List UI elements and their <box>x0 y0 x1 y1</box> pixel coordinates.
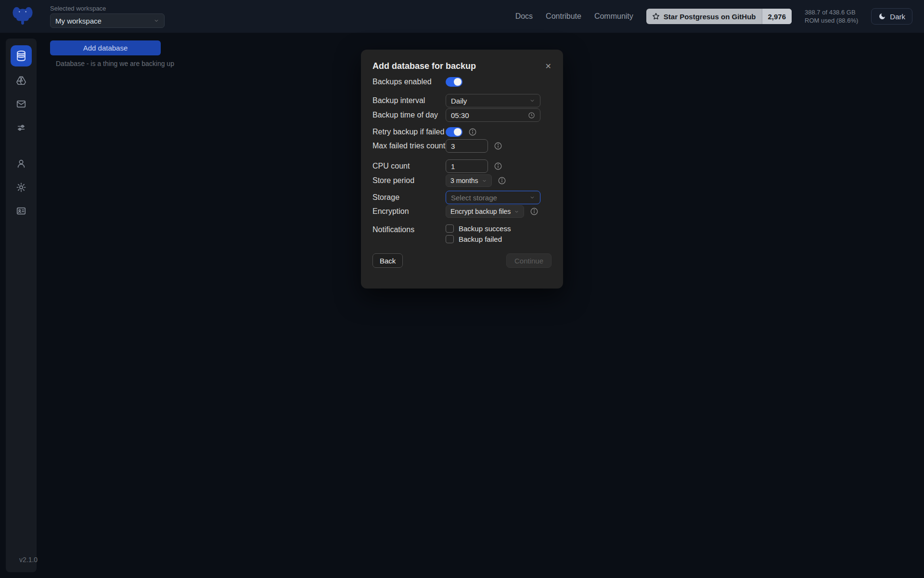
info-icon[interactable] <box>498 176 506 185</box>
moon-icon <box>878 13 886 20</box>
sidebar-item-users[interactable] <box>12 154 31 173</box>
continue-button[interactable]: Continue <box>506 253 552 268</box>
field-notifications: Notifications Backup success Backup fail… <box>372 224 552 243</box>
storage-drive-icon <box>16 75 26 86</box>
back-button[interactable]: Back <box>372 253 403 268</box>
notifications-options: Backup success Backup failed <box>446 224 511 243</box>
workspace-selector-group: Selected workspace My workspace <box>50 5 165 28</box>
field-backup-interval: Backup interval Daily <box>372 94 552 107</box>
chevron-down-icon <box>154 18 159 24</box>
info-icon[interactable] <box>530 207 539 216</box>
rom-usage: 388.7 of 438.6 GB ROM used (88.6%) <box>805 8 858 25</box>
database-icon <box>15 50 27 62</box>
backup-failed-option[interactable]: Backup failed <box>446 235 511 243</box>
gear-icon <box>16 182 26 193</box>
storage-select[interactable]: Select storage <box>446 191 540 204</box>
user-icon <box>16 158 26 169</box>
sidebar: v2.1.0 <box>6 39 37 572</box>
postgresus-logo-icon <box>12 5 34 27</box>
chevron-down-icon <box>529 195 535 200</box>
info-icon[interactable] <box>494 142 502 150</box>
field-retry: Retry backup if failed <box>372 127 552 137</box>
backup-success-option[interactable]: Backup success <box>446 224 511 233</box>
top-bar: Selected workspace My workspace Docs Con… <box>0 0 924 33</box>
modal-footer: Back Continue <box>372 253 552 268</box>
sidebar-item-about[interactable] <box>12 201 31 221</box>
nav-link-contribute[interactable]: Contribute <box>546 12 581 21</box>
field-store-period: Store period 3 months <box>372 174 552 187</box>
field-encryption: Encryption Encrypt backup files <box>372 205 552 218</box>
star-icon <box>652 13 660 20</box>
max-tries-label: Max failed tries count <box>372 142 446 150</box>
field-storage: Storage Select storage <box>372 191 552 204</box>
toggle-knob <box>454 78 462 86</box>
modal-title: Add database for backup <box>372 61 476 71</box>
rom-usage-line1: 388.7 of 438.6 GB <box>805 8 858 16</box>
backup-time-input[interactable] <box>451 111 509 119</box>
add-database-caption: Database - is a thing we are backing up <box>56 60 174 67</box>
backup-interval-label: Backup interval <box>372 96 446 105</box>
encryption-value: Encrypt backup files <box>450 208 511 215</box>
add-database-modal: Add database for backup ✕ Backups enable… <box>361 50 563 289</box>
info-icon[interactable] <box>468 128 477 136</box>
cpu-count-input[interactable] <box>446 159 488 173</box>
notifications-label: Notifications <box>372 224 446 234</box>
store-period-select[interactable]: 3 months <box>446 174 492 187</box>
app-version: v2.1.0 <box>19 556 38 564</box>
sidebar-item-storages[interactable] <box>12 71 31 90</box>
github-star-button[interactable]: Star Postgresus on GitHub 2,976 <box>646 9 792 24</box>
toggle-knob <box>454 128 462 136</box>
workspace-select-value: My workspace <box>55 17 102 25</box>
mail-icon <box>16 99 26 109</box>
add-database-button[interactable]: Add database <box>50 40 161 55</box>
chevron-down-icon <box>514 209 519 214</box>
field-backup-time: Backup time of day <box>372 108 552 122</box>
id-card-icon <box>16 206 26 216</box>
field-max-tries: Max failed tries count <box>372 139 552 153</box>
store-period-label: Store period <box>372 176 446 185</box>
backup-success-checkbox[interactable] <box>446 224 454 233</box>
retry-label: Retry backup if failed <box>372 128 446 136</box>
max-tries-input[interactable] <box>446 139 488 153</box>
backup-time-label: Backup time of day <box>372 111 446 119</box>
chevron-down-icon <box>482 178 487 184</box>
field-backups-enabled: Backups enabled <box>372 77 552 87</box>
close-icon[interactable]: ✕ <box>545 62 552 71</box>
chevron-down-icon <box>529 98 535 104</box>
info-icon[interactable] <box>494 162 502 171</box>
sliders-icon <box>16 122 26 133</box>
backups-enabled-label: Backups enabled <box>372 78 446 86</box>
theme-toggle-button[interactable]: Dark <box>871 8 912 25</box>
backup-failed-label: Backup failed <box>459 235 502 243</box>
field-cpu: CPU count <box>372 159 552 173</box>
nav-link-community[interactable]: Community <box>594 12 633 21</box>
sidebar-item-settings[interactable] <box>12 178 31 197</box>
backup-interval-value: Daily <box>451 97 467 105</box>
sidebar-item-databases[interactable] <box>11 45 32 66</box>
backup-failed-checkbox[interactable] <box>446 235 454 243</box>
topbar-right-group: Docs Contribute Community Star Postgresu… <box>515 8 912 25</box>
github-star-main: Star Postgresus on GitHub <box>646 9 762 24</box>
theme-toggle-label: Dark <box>890 13 905 21</box>
github-star-label: Star Postgresus on GitHub <box>664 13 756 21</box>
store-period-value: 3 months <box>450 177 478 184</box>
backup-interval-select[interactable]: Daily <box>446 94 540 107</box>
sidebar-item-notifiers[interactable] <box>12 94 31 114</box>
encryption-label: Encryption <box>372 207 446 216</box>
workspace-select[interactable]: My workspace <box>50 13 165 28</box>
cpu-count-label: CPU count <box>372 162 446 171</box>
sidebar-item-settings-sliders[interactable] <box>12 118 31 137</box>
clock-icon <box>528 112 535 119</box>
workspace-label: Selected workspace <box>50 5 165 12</box>
github-star-count: 2,976 <box>762 9 792 24</box>
retry-toggle[interactable] <box>446 127 462 137</box>
backup-success-label: Backup success <box>459 224 511 233</box>
rom-usage-line2: ROM used (88.6%) <box>805 16 858 25</box>
modal-header: Add database for backup ✕ <box>372 61 552 71</box>
nav-link-docs[interactable]: Docs <box>515 12 533 21</box>
storage-label: Storage <box>372 193 446 202</box>
storage-placeholder: Select storage <box>451 194 497 202</box>
backup-time-input-wrap <box>446 108 540 122</box>
encryption-select[interactable]: Encrypt backup files <box>446 205 524 218</box>
backups-enabled-toggle[interactable] <box>446 77 462 87</box>
